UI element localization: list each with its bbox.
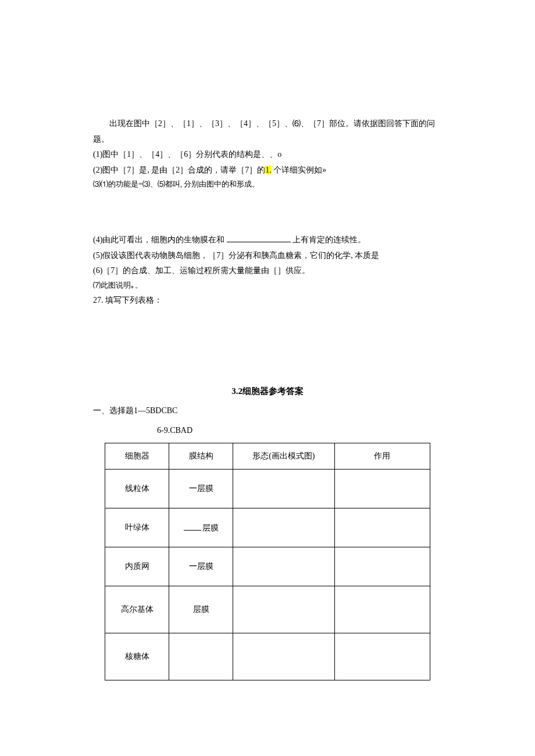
table-row: 高尔基体 层膜 <box>105 586 430 633</box>
header-shape: 形态(画出模式图) <box>233 443 334 470</box>
table-header-row: 细胞器 膜结构 形态(画出模式图) 作用 <box>105 443 430 470</box>
text-span: 层膜 <box>202 524 219 532</box>
table-row: 内质网 一层膜 <box>105 547 430 586</box>
section-heading: 一、选择题1—5BDCBC <box>93 404 442 418</box>
question-7: ⑺此图说明｡。 <box>93 279 442 293</box>
table-row: 核糖体 <box>105 633 430 680</box>
question-5: (5)假设该图代表动物胰岛细胞，［7］分泌有和胰高血糖素，它们的化学, 本质是 <box>93 248 442 264</box>
cell-organelle: 核糖体 <box>105 633 169 680</box>
cell-function <box>334 633 430 680</box>
cell-shape <box>233 586 334 633</box>
text-span: (4)由此可看出，细胞内的生物膜在和 <box>93 235 227 244</box>
question-3: ⑶⑴的功能是=⑶、⑸都叫, 分别由图中的和形成。 <box>93 178 442 192</box>
spacer <box>93 192 442 232</box>
cell-organelle: 线粒体 <box>105 470 169 508</box>
text-span: (2)图中［7］是, 是由［2］合成的，请举［7］的 <box>93 166 265 174</box>
cell-membrane: 层膜 <box>169 586 233 633</box>
header-function: 作用 <box>334 443 430 470</box>
blank-line <box>227 234 291 242</box>
cell-membrane: 一层膜 <box>169 470 233 508</box>
question-2: (2)图中［7］是, 是由［2］合成的，请举［7］的1. 个详细实例如» <box>93 163 442 178</box>
cell-function <box>334 470 430 508</box>
highlight-text: 1. <box>265 166 272 174</box>
document-page: 出现在图中［2］、［1］、［3］、［4］、［5］、⑹、［7］部位。请依据图回答下… <box>0 0 535 739</box>
question-1: (1)图中［1］、［4］、［6］分别代表的结构是、、o <box>93 147 442 163</box>
cell-function <box>334 586 430 633</box>
header-organelle: 细胞器 <box>105 443 169 470</box>
cell-membrane <box>169 633 233 680</box>
cell-shape <box>233 508 334 547</box>
spacer <box>93 308 442 384</box>
question-4: (4)由此可看出，细胞内的生物膜在和 上有肯定的连续性。 <box>93 232 442 248</box>
text-line: 出现在图中［2］、［1］、［3］、［4］、［5］、⑹、［7］部位。请依据图回答下… <box>93 116 442 147</box>
cell-membrane: 一层膜 <box>169 547 233 586</box>
cell-organelle: 高尔基体 <box>105 586 169 633</box>
cell-shape <box>233 633 334 680</box>
header-membrane: 膜结构 <box>169 443 233 470</box>
cell-organelle: 内质网 <box>105 547 169 586</box>
cell-function <box>334 547 430 586</box>
question-6: (6)［7］的合成、加工、运输过程所需大量能量由［］供应。 <box>93 263 442 279</box>
cell-function <box>334 508 430 547</box>
cell-shape <box>233 470 334 508</box>
answer-subline: 6-9.CBAD <box>157 426 442 435</box>
text-span: 个详细实例如» <box>272 166 327 174</box>
table-row: 叶绿体 层膜 <box>105 508 430 547</box>
question-27: 27. 填写下列表格： <box>93 293 442 309</box>
organelle-table: 细胞器 膜结构 形态(画出模式图) 作用 线粒体 一层膜 叶绿体 层膜 内质网 … <box>105 443 430 680</box>
cell-shape <box>233 547 334 586</box>
blank-line <box>184 522 201 531</box>
text-span: 上有肯定的连续性。 <box>291 235 366 244</box>
cell-organelle: 叶绿体 <box>105 508 169 547</box>
cell-membrane: 层膜 <box>169 508 233 547</box>
answer-title: 3.2细胞器参考答案 <box>93 384 442 399</box>
table-row: 线粒体 一层膜 <box>105 470 430 508</box>
